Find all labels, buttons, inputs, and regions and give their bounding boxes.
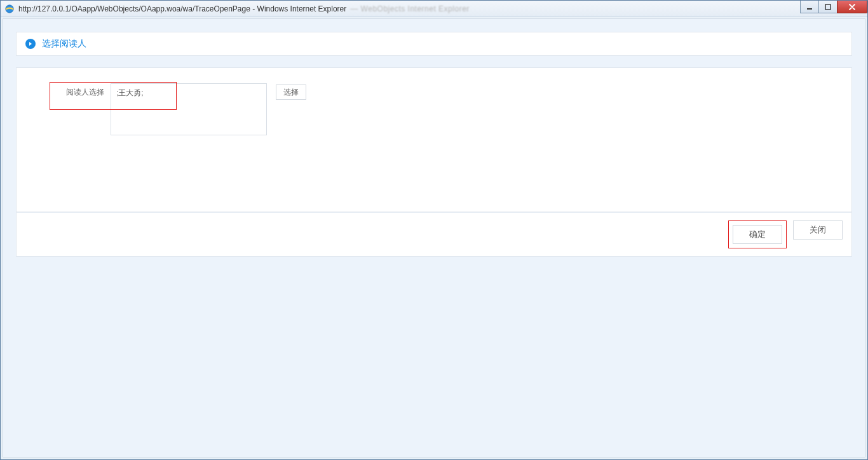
arrow-right-circle-icon <box>25 39 36 49</box>
maximize-button[interactable] <box>818 1 837 13</box>
svg-rect-3 <box>825 4 831 10</box>
reader-row: 阅读人选择 选择 <box>48 83 836 135</box>
close-button[interactable]: 关闭 <box>793 220 843 240</box>
svg-rect-2 <box>807 8 812 10</box>
titlebar: http://127.0.0.1/OAapp/WebObjects/OAapp.… <box>1 1 867 17</box>
minimize-button[interactable] <box>800 1 819 13</box>
panel-header: 选择阅读人 <box>17 32 851 55</box>
reader-label: 阅读人选择 <box>48 83 111 98</box>
close-window-button[interactable] <box>837 1 867 13</box>
panel-footer: 确定 关闭 <box>16 212 852 257</box>
panel-title: 选择阅读人 <box>42 38 86 50</box>
confirm-button[interactable]: 确定 <box>733 225 782 244</box>
window-controls <box>801 1 867 13</box>
panel-body: 阅读人选择 选择 <box>16 67 852 212</box>
panel-header-container: 选择阅读人 <box>16 32 852 56</box>
client-area: 选择阅读人 阅读人选择 选择 确定 关闭 <box>3 18 865 457</box>
highlight-confirm-box: 确定 <box>728 220 787 248</box>
window-frame: http://127.0.0.1/OAapp/WebObjects/OAapp.… <box>0 0 868 460</box>
ie-icon <box>4 4 15 14</box>
window-title: http://127.0.0.1/OAapp/WebObjects/OAapp.… <box>18 4 346 13</box>
reader-textarea[interactable] <box>111 83 267 135</box>
select-button[interactable]: 选择 <box>276 85 306 100</box>
window-title-blurred: — WebObjects Internet Explorer <box>350 4 470 13</box>
